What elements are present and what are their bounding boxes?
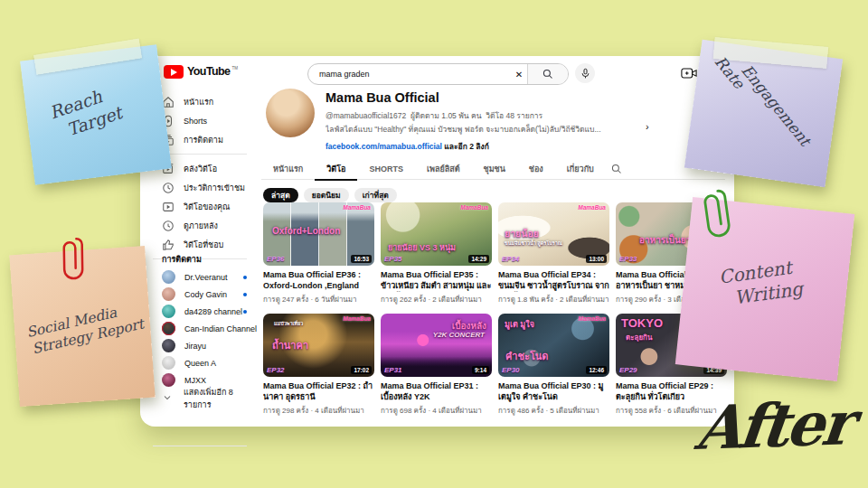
show-more-button[interactable]: แสดงเพิ่มอีก 8 รายการ xyxy=(140,389,259,408)
facebook-link[interactable]: facebook.com/mamabua.official xyxy=(326,142,442,151)
thumbnail-caption: Oxford+London xyxy=(272,226,340,236)
subscription-channel[interactable]: da4289 channel xyxy=(140,303,259,320)
video-count: วิดีโอ 48 รายการ xyxy=(486,111,542,120)
video-title[interactable]: Mama Bua Official EP35 : ข้าวเหนียว ส้มต… xyxy=(381,270,492,292)
channel-watermark: MamaBua xyxy=(578,315,606,322)
thumbnail-subcaption: ตะลุยกิน xyxy=(626,332,652,343)
create-video-button[interactable] xyxy=(681,67,697,80)
video-title[interactable]: Mama Bua Official EP34 : ขนมจีน ซาวน้ำสู… xyxy=(498,270,609,292)
sidebar-item-your-videos[interactable]: วิดีโอของคุณ xyxy=(140,197,259,216)
video-thumbnail[interactable]: มูเต มูใจ คำชะโนด MamaBua EP30 12:46 xyxy=(498,314,609,377)
video-card[interactable]: เบื้องหลัง Y2K CONCERT EP31 9:14 Mama Bu… xyxy=(381,314,492,417)
duration-badge: 17:02 xyxy=(351,366,372,374)
chip-latest[interactable]: ล่าสุด xyxy=(263,188,298,202)
episode-badge: EP31 xyxy=(384,366,402,374)
subscription-channel[interactable]: Cody Gavin xyxy=(140,286,259,303)
channel-watermark: MamaBua xyxy=(578,204,606,211)
subscription-channel[interactable]: Dr.Veeranut xyxy=(140,268,259,286)
chip-popular[interactable]: ยอดนิยม xyxy=(304,188,349,202)
avatar xyxy=(162,270,175,284)
duration-badge: 9:14 xyxy=(472,366,489,374)
new-content-dot xyxy=(243,310,247,314)
subscription-channel[interactable]: Jirayu xyxy=(140,337,259,354)
video-card[interactable]: แม่บัวพาเที่ยว ถ้ำนาคา MamaBua EP32 17:0… xyxy=(263,314,374,417)
new-content-dot xyxy=(243,276,247,279)
sidebar-item-label: คลังวิดีโอ xyxy=(184,163,217,175)
duration-badge: 14:29 xyxy=(468,255,489,263)
filter-chips: ล่าสุด ยอดนิยม เก่าที่สุด xyxy=(263,188,397,202)
channel-links: facebook.com/mamabua.official และอีก 2 ล… xyxy=(326,140,489,153)
video-grid-row: แม่บัวพาเที่ยว ถ้ำนาคา MamaBua EP32 17:0… xyxy=(263,314,727,417)
history-icon xyxy=(162,182,175,194)
channel-name: MJXX xyxy=(184,376,206,385)
thumbnail-caption: TOKYO xyxy=(621,316,663,330)
video-title[interactable]: Mama Bua Official EP31 : เบื้องหลัง Y2K xyxy=(381,381,492,403)
youtube-window: YouTube TM mama graden ✕ xyxy=(140,56,734,427)
microphone-icon xyxy=(580,68,590,80)
trademark-label: TM xyxy=(231,65,238,72)
search-button[interactable] xyxy=(527,64,568,84)
video-thumbnail[interactable]: Oxford+London MamaBua EP36 16:53 xyxy=(263,202,374,266)
youtube-play-icon xyxy=(164,65,184,79)
duration-badge: 12:46 xyxy=(586,366,607,374)
chevron-down-icon xyxy=(162,392,175,405)
video-card[interactable]: ยายน้อย ขนมจีนซาวน้ำ สูตรโบราณ MamaBua E… xyxy=(498,202,609,305)
channel-name: Jirayu xyxy=(184,342,206,351)
tab-shorts[interactable]: SHORTS xyxy=(357,159,415,179)
voice-search-button[interactable] xyxy=(575,63,595,83)
sidebar-item-watch-later[interactable]: ดูภายหลัง xyxy=(140,216,259,235)
tab-community[interactable]: ชุมชน xyxy=(472,159,517,179)
chip-oldest[interactable]: เก่าที่สุด xyxy=(354,188,397,202)
episode-badge: EP33 xyxy=(619,255,637,263)
channel-watermark: MamaBua xyxy=(343,315,371,322)
tab-channels[interactable]: ช่อง xyxy=(517,159,555,179)
note-text: Social Media Strategy Report xyxy=(25,299,146,360)
subscriptions-section-title: การติดตาม xyxy=(140,249,259,268)
search-input[interactable]: mama graden xyxy=(308,70,511,79)
thumbnail-subcaption: ขนมจีนซาวน้ำ สูตรโบราณ xyxy=(505,239,562,247)
avatar xyxy=(162,339,175,352)
video-card[interactable]: ยายน้อย VS 3 หนุ่ม MamaBua EP35 14:29 Ma… xyxy=(381,202,492,305)
episode-badge: EP30 xyxy=(502,366,520,374)
video-meta: การดู 298 ครั้ง · 4 เดือนที่ผ่านมา xyxy=(263,405,374,417)
video-thumbnail[interactable]: ยายน้อย VS 3 หนุ่ม MamaBua EP35 14:29 xyxy=(381,202,492,266)
video-thumbnail[interactable]: แม่บัวพาเที่ยว ถ้ำนาคา MamaBua EP32 17:0… xyxy=(263,314,374,377)
channel-name: Can-Indian Channel xyxy=(184,324,257,333)
video-title[interactable]: Mama Bua Official EP32 : ถ้ำนาคา อุดรธาน… xyxy=(263,381,374,403)
video-meta: การดู 486 ครั้ง · 5 เดือนที่ผ่านมา xyxy=(498,405,609,417)
new-content-dot xyxy=(243,293,247,296)
video-card[interactable]: มูเต มูใจ คำชะโนด MamaBua EP30 12:46 Mam… xyxy=(498,314,609,417)
channel-search-icon[interactable] xyxy=(611,164,622,174)
avatar xyxy=(162,373,175,387)
subscription-channel[interactable]: Can-Indian Channel xyxy=(140,320,259,337)
sidebar-item-label: วิดีโอของคุณ xyxy=(184,201,230,213)
search-bar: mama graden ✕ xyxy=(307,63,569,85)
video-thumbnail[interactable]: เบื้องหลัง Y2K CONCERT EP31 9:14 xyxy=(381,314,492,377)
duration-badge: 13:00 xyxy=(586,255,607,263)
description-expand-icon[interactable]: › xyxy=(646,121,649,132)
channel-avatar xyxy=(266,89,315,137)
tab-about[interactable]: เกี่ยวกับ xyxy=(555,159,606,179)
video-meta: การดู 247 ครั้ง · 6 วันที่ผ่านมา xyxy=(263,294,374,305)
video-title[interactable]: Mama Bua Official EP30 : มูเตมูใจ คำชะโน… xyxy=(498,381,609,403)
youtube-logo[interactable]: YouTube TM xyxy=(164,65,238,79)
tab-home[interactable]: หน้าแรก xyxy=(261,159,315,179)
channel-stats: @mamabuaofficial1672 ผู้ติดตาม 1.05 พัน … xyxy=(326,109,542,122)
paperclip-icon xyxy=(58,230,86,286)
sidebar-item-history[interactable]: ประวัติการเข้าชม xyxy=(140,178,259,197)
tab-playlists[interactable]: เพลย์ลิสต์ xyxy=(415,159,472,179)
video-card[interactable]: Oxford+London MamaBua EP36 16:53 Mama Bu… xyxy=(263,202,374,305)
episode-badge: EP36 xyxy=(267,255,285,263)
video-thumbnail[interactable]: ยายน้อย ขนมจีนซาวน้ำ สูตรโบราณ MamaBua E… xyxy=(498,202,609,266)
avatar xyxy=(162,322,175,335)
subscription-channel[interactable]: MJXX xyxy=(140,371,259,389)
avatar xyxy=(162,305,175,318)
subscription-channel[interactable]: Queen A xyxy=(140,354,259,371)
search-icon xyxy=(542,69,553,80)
video-title[interactable]: Mama Bua Official EP36 : Oxford-London ,… xyxy=(263,270,374,292)
channel-tabs: หน้าแรก วิดีโอ SHORTS เพลย์ลิสต์ ชุมชน ช… xyxy=(261,159,725,180)
tab-videos[interactable]: วิดีโอ xyxy=(315,159,357,181)
thumbnail-subcaption: คำชะโนด xyxy=(505,348,548,364)
clear-search-icon[interactable]: ✕ xyxy=(511,70,527,80)
episode-badge: EP32 xyxy=(267,366,285,374)
